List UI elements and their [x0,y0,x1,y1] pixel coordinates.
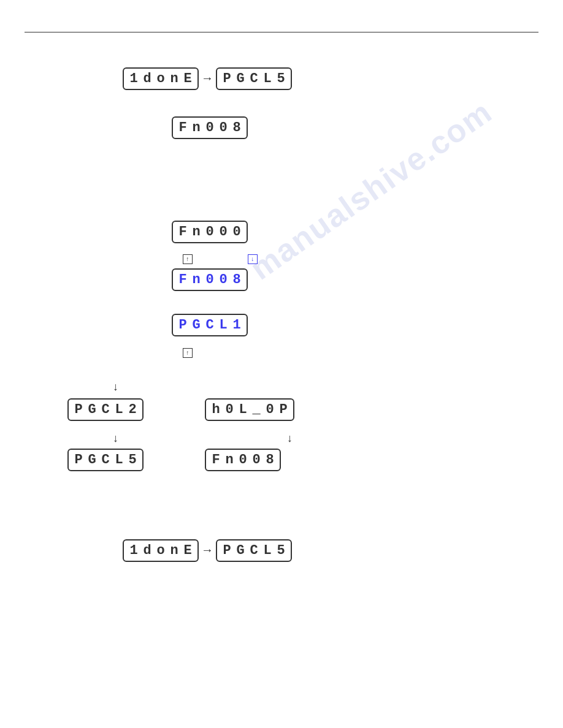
lcd-char: 0 [231,224,243,240]
lcd-char: 0 [204,272,216,287]
display-pgcl5-2: P G C L 5 [67,449,144,471]
top-divider [25,32,538,32]
lcd-char: 8 [231,272,243,287]
lcd-char: 8 [231,120,243,135]
lcd-char: n [190,224,202,240]
lcd-char: G [86,402,98,417]
row-7: P G C L 5 F n 0 0 8 [67,449,281,471]
lcd-char: 8 [264,452,276,468]
right-arrow-2: → [204,544,211,558]
row-4: F n 0 0 8 [172,268,248,291]
lcd-char: 0 [204,120,216,135]
up-arrow-box-2: ↑ [183,348,193,358]
lcd-char: 5 [275,543,287,558]
lcd-char: 5 [126,452,139,468]
lcd-char: 1 [231,317,243,333]
lcd-char: L [113,452,125,468]
lcd-char: G [234,543,247,558]
row-2: F n 0 0 8 [172,116,248,139]
row-8: 1 d o n E → P G C L 5 [123,539,292,562]
lcd-char: 0 [217,272,229,287]
row-5: P G C L 1 [172,314,248,336]
lcd-char: P [221,71,233,86]
row-arrow-up: ↑ [183,348,193,358]
display-pgcl5-1: P G C L 5 [216,67,292,90]
down-arrow-left: ↓ [112,381,119,393]
lcd-char: o [155,71,167,86]
lcd-char: F [210,452,222,468]
lcd-char: L [261,71,274,86]
lcd-char: P [221,543,233,558]
lcd-char: 0 [237,452,249,468]
lcd-char: C [248,543,260,558]
lcd-char: F [177,224,189,240]
watermark: manualshive.com [243,93,499,287]
display-1done-2: 1 d o n E [123,539,199,562]
display-fn000: F n 0 0 0 [172,221,248,243]
display-pgcl2: P G C L 2 [67,398,144,421]
display-1done: 1 d o n E [123,67,199,90]
lcd-char: n [223,452,236,468]
lcd-char: P [277,402,289,417]
display-fn008-blue: F n 0 0 8 [172,268,248,291]
lcd-char: 0 [217,224,229,240]
lcd-char: 0 [264,402,276,417]
display-pgcl1: P G C L 1 [172,314,248,336]
lcd-char: 0 [250,452,262,468]
lcd-char: n [190,272,202,287]
lcd-char: h [210,402,222,417]
lcd-char: P [72,452,85,468]
lcd-char: C [99,452,112,468]
lcd-char: n [190,120,202,135]
row-arrows: ↑ ↓ [183,254,258,264]
row-3: F n 0 0 0 [172,221,248,243]
lcd-char: o [155,543,167,558]
display-fn008-2: F n 0 0 8 [205,449,281,471]
lcd-char: E [182,71,194,86]
lcd-char: E [182,543,194,558]
down-arrow-left-2: ↓ [112,433,119,445]
lcd-char: F [177,272,189,287]
lcd-char: L [113,402,125,417]
lcd-char: C [248,71,260,86]
lcd-char: P [177,317,189,333]
lcd-char: n [168,71,180,86]
display-fn008-1: F n 0 0 8 [172,116,248,139]
lcd-char: 2 [126,402,139,417]
lcd-char: C [99,402,112,417]
down-arrow-right-2: ↓ [286,433,293,445]
lcd-char: P [72,402,85,417]
lcd-char: 0 [223,402,236,417]
lcd-char: 1 [128,543,140,558]
lcd-char: 5 [275,71,287,86]
lcd-char: d [141,543,153,558]
lcd-char: L [217,317,229,333]
row-6: P G C L 2 h 0 L _ 0 P [67,398,294,421]
display-pgcl5-3: P G C L 5 [216,539,292,562]
right-arrow-1: → [204,72,211,86]
row-1: 1 d o n E → P G C L 5 [123,67,292,90]
lcd-char: 1 [128,71,140,86]
lcd-char: _ [250,402,262,417]
display-h0l0p: h 0 L _ 0 P [205,398,294,421]
lcd-char: F [177,120,189,135]
lcd-char: C [204,317,216,333]
down-arrow-box: ↓ [248,254,258,264]
lcd-char: G [234,71,247,86]
lcd-char: G [190,317,202,333]
lcd-char: 0 [204,224,216,240]
up-arrow-box: ↑ [183,254,193,264]
lcd-char: L [237,402,249,417]
lcd-char: d [141,71,153,86]
lcd-char: G [86,452,98,468]
lcd-char: n [168,543,180,558]
lcd-char: 0 [217,120,229,135]
lcd-char: L [261,543,274,558]
